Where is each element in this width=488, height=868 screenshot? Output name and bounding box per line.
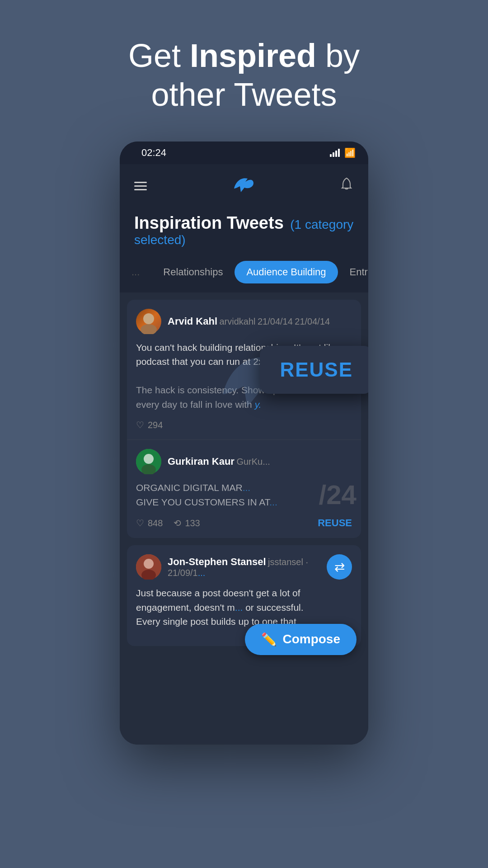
avatar-jon [136,554,161,580]
like-count-2: 848 [148,518,163,528]
like-count-1: 294 [148,420,163,430]
reuse-overlay-1[interactable]: REUSE [260,346,368,394]
retweet-action-2[interactable]: ⟲ 133 [174,518,200,528]
phone-container: 02:24 📶 [120,142,368,745]
page-title-section: Inspiration Tweets (1 category selected) [120,204,368,255]
reuse-btn-2[interactable]: REUSE [318,517,352,529]
author-name-1: Arvid Kahl [168,316,217,327]
category-pill-partial[interactable]: ... [120,261,151,283]
svg-point-3 [144,454,154,464]
retweet-count-2: 133 [185,518,200,528]
status-icons: 📶 [330,147,356,158]
signal-icon [330,149,340,157]
tweet-date-val-1: 21/04/14 [295,316,330,326]
like-action-1[interactable]: ♡ 294 [136,420,163,430]
retweet-icon-2: ⟲ [174,518,181,528]
heart-icon-1: ♡ [136,420,144,430]
header-title-line2: other Tweets [151,76,337,113]
header-title-bold: Inspired [190,38,316,74]
category-pill-entrepreneurship[interactable]: Entrepreneurship [338,261,368,283]
wifi-icon: 📶 [344,147,356,158]
header-title: Get Inspired by other Tweets [128,36,360,114]
app-header [120,164,368,204]
compose-label: Compose [282,632,340,646]
author-name-2: Gurkiran Kaur [168,456,235,467]
tweet-date-1: 21/04/14 [258,316,293,326]
tweet-actions-2: ♡ 848 ⟲ 133 REUSE [136,517,352,529]
tweet-card-3: Jon-Stephen Stansel jsstansel · 21/09/1.… [127,545,361,646]
tweet-content-3: Just because a post doesn't get a lot of… [136,586,352,629]
status-time: 02:24 [141,147,166,159]
svg-point-0 [143,313,154,324]
svg-point-6 [144,559,154,569]
bell-button[interactable] [339,177,354,195]
hamburger-button[interactable] [134,182,147,190]
page-title: Inspiration Tweets [134,213,284,232]
author-name-3: Jon-Stephen Stansel [168,556,266,567]
tweet-content-2: ORGANIC DIGITAL MAR... GIVE YOU CUSTOMER… [136,481,352,509]
shuffle-btn-inline[interactable]: ⇄ [327,554,352,580]
categories-scroll[interactable]: ... Relationships Audience Building Entr… [120,255,368,292]
compose-icon: ✏️ [261,632,277,647]
avatar-gurkiran [136,449,161,474]
app-logo [232,175,254,197]
tweet-header-1: Arvid Kahl arvidkahl 21/04/14 21/04/14 [136,309,352,334]
author-handle-2: GurKu... [236,457,270,467]
svg-point-1 [141,324,157,334]
header-title-suffix: by [316,38,360,74]
category-pill-audience-building[interactable]: Audience Building [235,261,338,283]
compose-button[interactable]: ✏️ Compose [245,624,357,655]
avatar-arvid [136,309,161,334]
tweet-header-3: Jon-Stephen Stansel jsstansel · 21/09/1.… [136,554,352,580]
tweet-header-2: Gurkiran Kaur GurKu... [136,449,352,474]
like-action-2[interactable]: ♡ 848 [136,518,163,528]
tweet-card-wrapper-1: Arvid Kahl arvidkahl 21/04/14 21/04/14 Y… [120,300,368,440]
tweet-actions-1: ♡ 294 [136,420,352,430]
status-bar: 02:24 📶 [120,142,368,164]
category-pill-relationships[interactable]: Relationships [151,261,235,283]
heart-icon-2: ♡ [136,518,144,528]
reuse-label-1[interactable]: REUSE [280,359,353,381]
page-header: Get Inspired by other Tweets [101,0,387,142]
author-handle-1: arvidkahl [219,316,255,326]
header-title-normal: Get [128,38,190,74]
tweets-list: Arvid Kahl arvidkahl 21/04/14 21/04/14 Y… [120,292,368,745]
tweet-card-2: Gurkiran Kaur GurKu... ORGANIC DIGITAL M… [127,440,361,538]
